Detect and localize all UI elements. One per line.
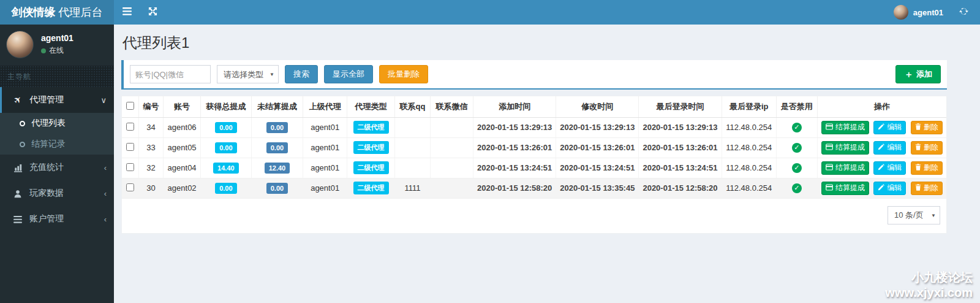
cell-account: agent04 — [164, 158, 201, 178]
topbar-username: agent01 — [913, 8, 943, 17]
sidebar-item-label: 代理管理 — [29, 94, 64, 105]
row-checkbox[interactable] — [126, 143, 134, 151]
search-input[interactable] — [130, 65, 211, 83]
page-title: 代理列表1 — [123, 33, 947, 53]
sidebar-submenu: 代理列表 结算记录 — [0, 113, 114, 155]
header-agent-type: 代理类型 — [347, 96, 395, 117]
fullscreen-button[interactable] — [140, 0, 165, 25]
unsettled-commission-badge: 0.00 — [266, 183, 288, 194]
cell-id: 30 — [138, 178, 164, 198]
show-all-button[interactable]: 显示全部 — [324, 65, 373, 83]
settle-commission-button[interactable]: 结算提成 — [821, 121, 869, 134]
settle-commission-button[interactable]: 结算提成 — [821, 161, 869, 175]
cell-parent-agent: agent01 — [303, 137, 347, 158]
cell-last-login-ip: 112.48.0.254 — [722, 137, 776, 158]
delete-button-label: 删除 — [924, 122, 938, 132]
delete-button-label: 删除 — [924, 142, 938, 153]
cell-wechat — [430, 117, 473, 137]
sidebar-item-player-data[interactable]: 玩家数据 ‹ — [0, 180, 114, 206]
agent-type-badge: 二级代理 — [353, 141, 389, 154]
table-row: 34 agent06 0.00 0.00 agent01 二级代理 2020-0… — [122, 117, 946, 137]
bar-chart-icon — [11, 163, 24, 172]
cell-last-login-time: 2020-01-15 13:29:13 — [639, 117, 722, 137]
search-button[interactable]: 搜索 — [285, 65, 318, 83]
header-account: 账号 — [164, 96, 201, 117]
credit-card-icon — [826, 184, 833, 193]
sidebar-toggle-button[interactable] — [114, 0, 140, 25]
cell-account: agent02 — [164, 178, 201, 198]
row-checkbox[interactable] — [126, 163, 134, 171]
app-logo[interactable]: 剑侠情缘 代理后台 — [0, 0, 114, 25]
cell-qq — [394, 158, 430, 178]
row-checkbox[interactable] — [126, 123, 134, 131]
pagination: 10 条/页 — [122, 199, 946, 228]
cell-wechat — [430, 137, 473, 158]
edit-button[interactable]: 编辑 — [873, 141, 906, 155]
header-id: 编号 — [138, 96, 164, 117]
edit-button-label: 编辑 — [887, 122, 902, 132]
cell-last-login-ip: 112.48.0.254 — [722, 117, 776, 137]
batch-delete-button[interactable]: 批量删除 — [379, 65, 428, 83]
settle-button-label: 结算提成 — [835, 142, 865, 153]
cell-last-login-time: 2020-01-15 13:24:51 — [639, 158, 722, 178]
sidebar-item-agent-management[interactable]: ✈ 代理管理 ∨ — [0, 87, 114, 113]
topbar-user-menu[interactable]: agent01 — [886, 0, 951, 25]
type-select[interactable]: 请选择类型 — [217, 65, 279, 83]
chevron-left-icon: ‹ — [104, 163, 107, 172]
sidebar-item-recharge-stats[interactable]: 充值统计 ‹ — [0, 155, 114, 180]
page-size-select[interactable]: 10 条/页 — [888, 206, 940, 224]
delete-button[interactable]: 删除 — [911, 161, 943, 175]
cell-modified-time: 2020-01-15 13:26:01 — [556, 137, 639, 158]
brand-bold: 剑侠情缘 — [12, 5, 56, 20]
sidebar-item-account-management[interactable]: 账户管理 ‹ — [0, 206, 114, 232]
enabled-check-icon: ✓ — [792, 123, 802, 132]
delete-button[interactable]: 删除 — [911, 141, 943, 155]
add-button[interactable]: ＋ 添加 — [895, 65, 941, 83]
edit-button[interactable]: 编辑 — [873, 161, 906, 175]
topbar: 剑侠情缘 代理后台 agent01 — [0, 0, 980, 25]
delete-button-label: 删除 — [924, 163, 938, 173]
sidebar-item-settlement-records[interactable]: 结算记录 — [0, 134, 114, 155]
unsettled-commission-badge: 12.40 — [265, 163, 290, 174]
toolbar: 请选择类型 搜索 显示全部 批量删除 ＋ 添加 — [121, 60, 947, 90]
settle-commission-button[interactable]: 结算提成 — [821, 141, 869, 155]
topbar-avatar — [894, 5, 908, 20]
edit-button[interactable]: 编辑 — [873, 182, 906, 195]
enabled-check-icon: ✓ — [792, 143, 802, 153]
chevron-left-icon: ‹ — [104, 215, 107, 224]
header-wechat: 联系微信 — [430, 96, 473, 117]
submenu-item-label: 结算记录 — [31, 139, 66, 150]
unsettled-commission-badge: 0.00 — [266, 142, 288, 153]
delete-button[interactable]: 删除 — [911, 182, 943, 195]
cell-qq — [394, 117, 430, 137]
online-status: 在线 — [41, 45, 74, 56]
row-checkbox[interactable] — [126, 183, 134, 191]
edit-button[interactable]: 编辑 — [873, 121, 906, 134]
delete-button-label: 删除 — [924, 183, 938, 193]
header-unsettled-commission: 未结算提成 — [251, 96, 303, 117]
sidebar-menu: ✈ 代理管理 ∨ 代理列表 结算记录 — [0, 87, 114, 232]
pencil-icon — [878, 164, 884, 172]
cell-modified-time: 2020-01-15 13:29:13 — [556, 117, 639, 137]
select-all-checkbox[interactable] — [126, 102, 134, 110]
plus-icon: ＋ — [904, 69, 913, 80]
edit-button-label: 编辑 — [887, 163, 902, 173]
cell-modified-time: 2020-01-15 13:35:45 — [556, 178, 639, 198]
enabled-check-icon: ✓ — [792, 163, 802, 173]
settle-button-label: 结算提成 — [835, 122, 865, 132]
sidebar-item-label: 充值统计 — [29, 162, 64, 173]
cell-last-login-ip: 112.48.0.254 — [722, 158, 776, 178]
chevron-left-icon: ‹ — [104, 189, 107, 198]
delete-button[interactable]: 删除 — [911, 121, 943, 134]
sidebar-item-agent-list[interactable]: 代理列表 — [0, 113, 114, 134]
trash-icon — [915, 184, 921, 193]
refresh-button[interactable] — [951, 0, 976, 25]
edit-button-label: 编辑 — [887, 183, 902, 193]
trash-icon — [915, 164, 921, 172]
sidebar-item-label: 账户管理 — [29, 213, 64, 224]
table-row: 32 agent04 14.40 12.40 agent01 二级代理 2020… — [122, 158, 946, 178]
watermark: 小九楼论坛 www.xjyxi.com — [885, 270, 973, 301]
settle-commission-button[interactable]: 结算提成 — [821, 182, 869, 195]
cell-last-login-time: 2020-01-15 13:26:01 — [639, 137, 722, 158]
cell-added-time: 2020-01-15 13:29:13 — [473, 117, 556, 137]
